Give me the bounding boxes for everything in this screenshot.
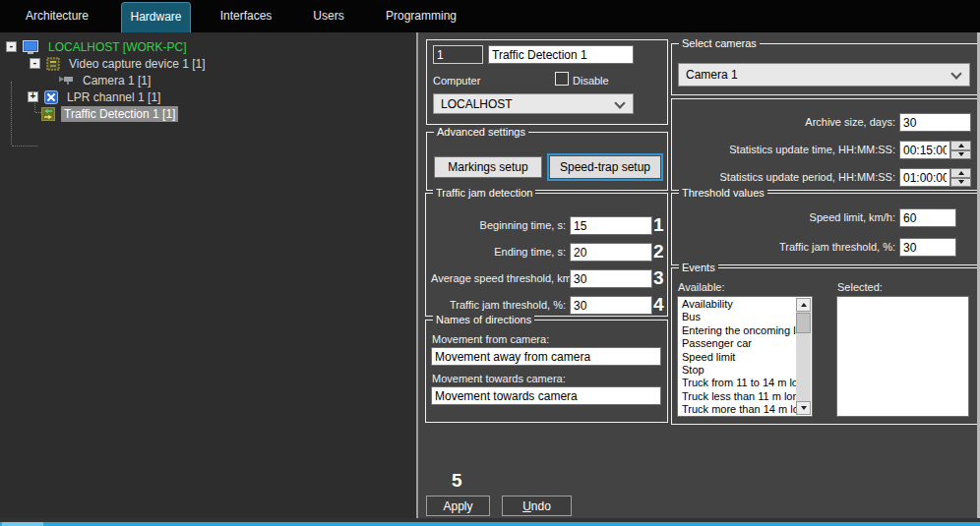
statistics-update-period-spinner[interactable] [950,168,971,187]
traffic-detection-icon [41,107,55,121]
main-tabbar: Architecture Hardware Interfaces Users P… [0,0,980,32]
ending-time-label: Ending time, s: [431,246,566,258]
archive-size-field[interactable] [899,113,971,132]
spinner-down-icon[interactable] [950,178,971,188]
traffic-jam-threshold-field[interactable] [570,296,652,315]
chevron-down-icon [950,68,961,79]
step-badge-4: 4 [653,295,664,315]
selected-events-list[interactable] [836,296,969,417]
movement-from-camera-field[interactable] [431,347,661,366]
statistics-update-time-field[interactable] [899,141,950,159]
list-scrollbar[interactable] [796,298,811,415]
beginning-time-field[interactable] [570,216,652,235]
computer-select-value: LOCALHOST [441,97,513,111]
tab-hardware[interactable]: Hardware [121,2,191,33]
list-item[interactable]: Stop [679,364,796,377]
tree-item-traffic-detection[interactable]: Traffic Detection 1 [1] [0,105,458,122]
traffic-jam-threshold-label: Traffic jam threshold, %: [431,299,566,311]
list-item[interactable]: Truck from 11 to 14 m long [679,377,796,389]
average-speed-threshold-field[interactable] [570,269,652,288]
tree-item-camera[interactable]: Camera 1 [1] [0,72,475,88]
available-events-list[interactable]: Availability Bus Entering the oncoming l… [677,296,813,417]
tree-item-lpr-channel[interactable]: + LPR channel 1 [1] [0,88,444,105]
list-item[interactable]: Truck less than 11 m long [679,390,796,403]
statistics-update-period-label: Statistics update period, HH:MM:SS: [674,171,895,183]
undo-accesskey: U [522,499,531,513]
list-item[interactable]: Truck more than 14 m long [679,403,796,416]
traffic-jam-detection-title: Traffic jam detection [433,187,535,200]
names-of-directions-title: Names of directions [433,314,534,326]
capture-device-icon [46,57,60,71]
step-badge-2: 2 [653,242,664,262]
list-item[interactable]: Bus [679,311,796,323]
object-name-field[interactable] [488,45,634,64]
tree-item-label: LPR channel 1 [1] [64,89,163,105]
spinner-up-icon[interactable] [950,141,971,150]
spinner-down-icon[interactable] [950,150,971,160]
select-cameras-group: Select cameras Camera 1 [671,43,978,95]
selected-events-label: Selected: [837,281,883,293]
collapse-icon[interactable]: - [6,41,17,52]
archive-size-label: Archive size, days: [674,116,895,128]
statistics-update-period-field[interactable] [899,168,950,187]
tab-programming[interactable]: Programming [378,0,464,32]
speed-limit-label: Speed limit, km/h: [674,211,895,223]
list-item[interactable]: Entering the oncoming lane [679,324,796,337]
average-speed-threshold-label: Average speed threshold, km/h: [431,272,566,284]
computer-select[interactable]: LOCALHOST [433,93,634,114]
bottom-scrollbar-track[interactable] [0,522,980,526]
list-item[interactable]: Speed limit [679,351,796,364]
disable-checkbox[interactable] [555,72,569,86]
tree-item-label: Traffic Detection 1 [1] [61,106,178,122]
threshold-traffic-jam-label: Traffic jam threshold, %: [674,241,895,253]
available-events-label: Available: [678,281,725,293]
statistics-update-time-spinner[interactable] [950,141,971,159]
step-badge-3: 3 [653,268,664,288]
events-title: Events [679,262,718,274]
statistics-update-time-label: Statistics update time, HH:MM:SS: [674,144,895,155]
speed-trap-setup-button[interactable]: Speed-trap setup [549,155,661,179]
threshold-traffic-jam-field[interactable] [899,238,956,257]
list-item[interactable]: Passenger car [679,337,796,350]
statistics-group: Archive size, days: Statistics update ti… [671,98,978,191]
undo-label-rest: ndo [531,499,551,513]
tab-interfaces[interactable]: Interfaces [209,0,283,32]
advanced-settings-group: Advanced settings Markings setup Speed-t… [426,132,668,191]
tree-item-video-capture-device[interactable]: - Video capture device 1 [1] [0,55,446,72]
markings-setup-button[interactable]: Markings setup [434,156,542,178]
scroll-down-icon[interactable] [796,401,811,415]
threshold-values-group: Threshold values Speed limit, km/h: Traf… [671,193,978,265]
expand-icon[interactable]: + [28,91,38,102]
bottom-scrollbar-thumb[interactable] [2,522,43,526]
spinner-up-icon[interactable] [950,168,971,178]
movement-from-camera-label: Movement from camera: [432,333,549,345]
computer-label: Computer [433,75,480,87]
names-of-directions-group: Names of directions Movement from camera… [425,320,668,423]
lpr-channel-icon [44,90,58,104]
identity-groupbox: Computer Disable LOCALHOST [426,39,668,125]
hardware-tree-panel: - LOCALHOST [WORK-PC] - Video capture de… [0,32,416,518]
advanced-settings-title: Advanced settings [434,126,528,139]
scroll-up-icon[interactable] [796,298,811,312]
object-id-field[interactable] [433,45,483,64]
movement-towards-camera-label: Movement towards camera: [432,373,566,384]
scrollbar-thumb[interactable] [796,313,811,333]
movement-towards-camera-field[interactable] [431,386,661,405]
camera-select[interactable]: Camera 1 [678,63,970,87]
available-events-items: Availability Bus Entering the oncoming l… [679,298,796,416]
tree-item-label: Camera 1 [1] [80,73,153,88]
list-item[interactable]: Availability [679,298,796,311]
undo-button[interactable]: Undo [502,496,572,516]
speed-limit-field[interactable] [899,208,956,227]
traffic-jam-detection-group: Traffic jam detection Beginning time, s:… [425,193,668,317]
tree-item-localhost[interactable]: - LOCALHOST [WORK-PC] [0,38,422,55]
tree-item-label: Video capture device 1 [1] [66,56,209,72]
collapse-icon[interactable]: - [30,58,40,69]
ending-time-field[interactable] [570,243,652,262]
tab-architecture[interactable]: Architecture [18,0,96,32]
apply-button[interactable]: Apply [426,496,490,516]
panel-splitter[interactable] [416,32,418,518]
tab-users[interactable]: Users [299,0,358,32]
tree-item-label: LOCALHOST [WORK-PC] [45,39,189,55]
camera-icon [59,76,74,85]
